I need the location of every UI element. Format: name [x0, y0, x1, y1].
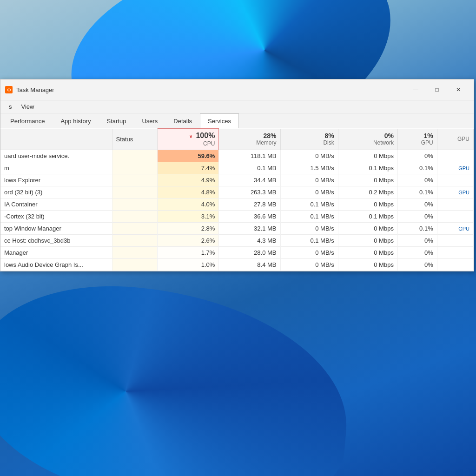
cell-gpu: 0% — [397, 211, 437, 223]
close-button[interactable]: ✕ — [448, 82, 469, 97]
cell-gpu-engine — [437, 150, 473, 162]
cell-gpu-engine — [437, 198, 473, 211]
cell-status — [112, 186, 158, 198]
cell-disk: 0 MB/s — [280, 150, 338, 162]
tab-bar: Performance App history Startup Users De… — [0, 113, 474, 128]
task-manager-window: ⚙ Task Manager — □ ✕ s View Performance … — [0, 79, 474, 271]
cell-name: lows Explorer — [0, 174, 112, 186]
cell-network: 0 Mbps — [338, 235, 397, 247]
col-header-memory[interactable]: 28% Memory — [219, 129, 280, 150]
tab-details[interactable]: Details — [165, 113, 200, 128]
cell-cpu: 4.0% — [158, 198, 219, 211]
cell-cpu: 7.4% — [158, 162, 219, 174]
tab-performance[interactable]: Performance — [2, 113, 53, 128]
table-header-row: Status ∨ 100% CPU 28% Memory 8% Disk — [0, 129, 474, 150]
cell-name: -Cortex (32 bit) — [0, 211, 112, 223]
cell-memory: 263.3 MB — [219, 186, 280, 198]
cell-network: 0.2 Mbps — [338, 186, 397, 198]
cell-memory: 0.1 MB — [219, 162, 280, 174]
table-row[interactable]: IA Container 4.0% 27.8 MB 0.1 MB/s 0 Mbp… — [0, 198, 474, 211]
menubar: s View — [0, 100, 474, 113]
table-body: uard user-mode service. 59.6% 118.1 MB 0… — [0, 150, 474, 271]
cell-disk: 0 MB/s — [280, 174, 338, 186]
cell-network: 0 Mbps — [338, 174, 397, 186]
cell-cpu: 1.0% — [158, 259, 219, 271]
cell-gpu: 0.1% — [397, 186, 437, 198]
cell-network: 0 Mbps — [338, 247, 397, 259]
cell-status — [112, 247, 158, 259]
col-header-network[interactable]: 0% Network — [338, 129, 397, 150]
cell-disk: 0 MB/s — [280, 186, 338, 198]
cell-name: Manager — [0, 247, 112, 259]
table-row[interactable]: lows Explorer 4.9% 34.4 MB 0 MB/s 0 Mbps… — [0, 174, 474, 186]
tab-services[interactable]: Services — [200, 113, 239, 128]
table-row[interactable]: uard user-mode service. 59.6% 118.1 MB 0… — [0, 150, 474, 162]
cell-gpu: 0.1% — [397, 162, 437, 174]
cell-gpu-engine — [437, 235, 473, 247]
cell-gpu-engine: GPU — [437, 186, 473, 198]
cell-gpu: 0% — [397, 150, 437, 162]
tab-users[interactable]: Users — [134, 113, 165, 128]
col-header-gpu-engine[interactable]: GPU — [437, 129, 473, 150]
table-row[interactable]: Manager 1.7% 28.0 MB 0 MB/s 0 Mbps 0% — [0, 247, 474, 259]
cell-disk: 0 MB/s — [280, 259, 338, 271]
table-row[interactable]: lows Audio Device Graph Is... 1.0% 8.4 M… — [0, 259, 474, 271]
cell-cpu: 59.6% — [158, 150, 219, 162]
menu-file[interactable]: s — [4, 101, 17, 112]
cell-memory: 118.1 MB — [219, 150, 280, 162]
cell-gpu: 0% — [397, 174, 437, 186]
col-header-name[interactable] — [0, 129, 112, 150]
table-row[interactable]: top Window Manager 2.8% 32.1 MB 0 MB/s 0… — [0, 223, 474, 235]
cell-network: 0 Mbps — [338, 223, 397, 235]
cell-gpu: 0% — [397, 247, 437, 259]
cell-gpu-engine: GPU — [437, 223, 473, 235]
cell-network: 0 Mbps — [338, 259, 397, 271]
cell-disk: 0.1 MB/s — [280, 198, 338, 211]
cell-name: ce Host: cbdhsvc_3bd3b — [0, 235, 112, 247]
cell-cpu: 3.1% — [158, 211, 219, 223]
tab-startup[interactable]: Startup — [99, 113, 134, 128]
titlebar-left: ⚙ Task Manager — [5, 86, 54, 93]
window-title: Task Manager — [16, 86, 54, 93]
cell-memory: 27.8 MB — [219, 198, 280, 211]
cell-gpu: 0.1% — [397, 223, 437, 235]
table-row[interactable]: m 7.4% 0.1 MB 1.5 MB/s 0.1 Mbps 0.1% GPU — [0, 162, 474, 174]
tab-app-history[interactable]: App history — [53, 113, 99, 128]
col-header-disk[interactable]: 8% Disk — [280, 129, 338, 150]
cell-network: 0 Mbps — [338, 150, 397, 162]
cell-gpu: 0% — [397, 259, 437, 271]
cell-cpu: 2.8% — [158, 223, 219, 235]
cell-memory: 28.0 MB — [219, 247, 280, 259]
cell-gpu-engine — [437, 259, 473, 271]
minimize-button[interactable]: — — [405, 82, 426, 97]
cell-status — [112, 150, 158, 162]
menu-view[interactable]: View — [17, 101, 39, 112]
cell-network: 0.1 Mbps — [338, 211, 397, 223]
cell-gpu: 0% — [397, 235, 437, 247]
col-header-cpu[interactable]: ∨ 100% CPU — [158, 129, 219, 150]
col-header-gpu[interactable]: 1% GPU — [397, 129, 437, 150]
cell-disk: 1.5 MB/s — [280, 162, 338, 174]
cell-name: m — [0, 162, 112, 174]
table-row[interactable]: ord (32 bit) (3) 4.8% 263.3 MB 0 MB/s 0.… — [0, 186, 474, 198]
cell-network: 0.1 Mbps — [338, 162, 397, 174]
titlebar: ⚙ Task Manager — □ ✕ — [0, 79, 474, 100]
table-row[interactable]: -Cortex (32 bit) 3.1% 36.6 MB 0.1 MB/s 0… — [0, 211, 474, 223]
cell-cpu: 1.7% — [158, 247, 219, 259]
cell-status — [112, 174, 158, 186]
col-header-status[interactable]: Status — [112, 129, 158, 150]
table-row[interactable]: ce Host: cbdhsvc_3bd3b 2.6% 4.3 MB 0.1 M… — [0, 235, 474, 247]
cell-memory: 4.3 MB — [219, 235, 280, 247]
cell-disk: 0 MB/s — [280, 247, 338, 259]
cell-memory: 36.6 MB — [219, 211, 280, 223]
cell-disk: 0 MB/s — [280, 223, 338, 235]
cell-memory: 32.1 MB — [219, 223, 280, 235]
cell-status — [112, 223, 158, 235]
cell-name: top Window Manager — [0, 223, 112, 235]
cell-gpu: 0% — [397, 198, 437, 211]
process-table: Status ∨ 100% CPU 28% Memory 8% Disk — [0, 128, 474, 271]
maximize-button[interactable]: □ — [426, 82, 448, 97]
cell-name: uard user-mode service. — [0, 150, 112, 162]
cell-cpu: 4.8% — [158, 186, 219, 198]
cell-status — [112, 235, 158, 247]
